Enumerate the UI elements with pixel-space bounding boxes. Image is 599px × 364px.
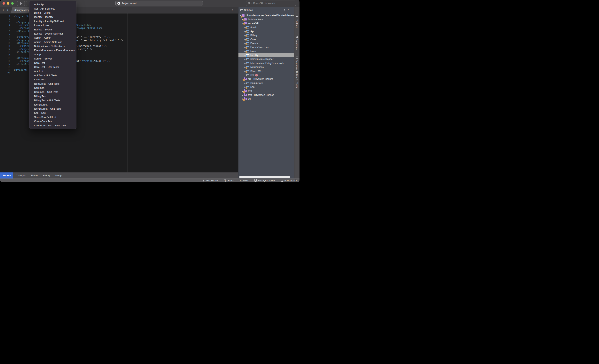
tree-row[interactable]: ▼…bitwarden-server (feature/self-hosted-… [238, 13, 294, 17]
status-pad-label: Tasks [243, 179, 248, 182]
menu-item[interactable]: Api.Test – Unit Tests [29, 73, 76, 77]
menu-item[interactable]: Api – Api [29, 2, 76, 6]
line-number: 7 [0, 33, 10, 36]
menu-item[interactable]: Notifications – Notifications [29, 44, 76, 48]
dock-tab-toolbox[interactable]: Toolbox [294, 16, 300, 28]
menu-item[interactable]: Icons.Test – Unit Tests [29, 81, 76, 86]
pad-icon [240, 9, 243, 11]
menu-item[interactable]: Api – Api-SelfHost [29, 6, 76, 10]
menu-item[interactable]: Identity.Test – Unit Tests [29, 107, 76, 111]
menu-item[interactable]: Admin – Admin-SelfHost [29, 40, 76, 44]
line-number: 13 [0, 51, 10, 53]
lightning-icon [203, 179, 205, 182]
menu-item[interactable]: Server – Server [29, 57, 76, 61]
minimize-traffic-light[interactable] [7, 2, 9, 5]
menu-item[interactable]: Core.Test – Unit Tests [29, 65, 76, 69]
scrollbar-thumb[interactable] [233, 16, 236, 16]
menu-item[interactable]: Identity.Test [29, 102, 76, 107]
menu-item[interactable]: Sso – Sso [29, 111, 76, 115]
tree-row[interactable]: ▼…src - AGPL [238, 21, 294, 25]
search-input[interactable]: Press '⌘.' to search [246, 0, 296, 6]
menu-item[interactable]: Icons – Icons [29, 23, 76, 27]
horizontal-scrollbar[interactable] [239, 176, 290, 178]
menu-item[interactable]: Billing.Test [29, 94, 76, 98]
tree-row[interactable]: ▶…test [238, 89, 294, 93]
menu-item[interactable]: Icons.Test [29, 77, 76, 81]
menu-item[interactable]: Billing.Test – Unit Tests [29, 98, 76, 102]
tree-item-label: test - Bitwarden License [248, 94, 274, 96]
menu-item[interactable]: CommCore.Test – Unit Tests [29, 123, 76, 127]
resize-grip-icon[interactable] [297, 179, 299, 181]
status-pad-package-console[interactable]: Package Console [255, 179, 275, 182]
tab-merge[interactable]: Merge [53, 172, 65, 178]
pin-icon[interactable] [283, 9, 286, 11]
close-icon[interactable]: ✕ [288, 9, 290, 11]
dock-tab-tests[interactable]: Tests [294, 79, 300, 88]
tree-row[interactable]: ▶…Billing [238, 33, 294, 37]
line-number: 12 [0, 48, 10, 51]
menu-item[interactable]: EventsProcessor – EventsProcessor [29, 48, 76, 52]
tree-item-label: Core [250, 38, 256, 41]
tab-blame[interactable]: Blame [28, 172, 40, 178]
tree-row[interactable]: ▶✦CommCore [238, 81, 294, 85]
error-badge-icon: ✕ [255, 74, 258, 76]
project-icon: … [246, 30, 249, 33]
document-tab[interactable]: Identity.csproj [11, 7, 32, 13]
menu-item[interactable]: Setup [29, 53, 76, 57]
status-pad-label: Errors [228, 179, 234, 182]
menu-item[interactable]: Events – Events-SelfHost [29, 32, 76, 36]
status-badge: ✦ [243, 95, 245, 97]
tree-row[interactable]: ▶…Core [238, 37, 294, 41]
tree-row[interactable]: ▶✦test - Bitwarden License [238, 93, 294, 97]
status-pad-tasks[interactable]: ✓Tasks [239, 179, 248, 182]
tree-item-label: Solution Items [248, 18, 264, 21]
menu-item[interactable]: Core.Test [29, 61, 76, 65]
menu-item[interactable]: Api.Test [29, 69, 76, 73]
status-pad-build-output[interactable]: Build Output [281, 179, 297, 182]
tree-row[interactable]: ▶✦Infrastructure.EntityFramework [238, 61, 294, 65]
tree-row[interactable]: ▶…Notifications [238, 65, 294, 69]
dock-tab-document-outline[interactable]: Document Outline [294, 56, 300, 79]
tree-row[interactable]: ▶…Admin [238, 25, 294, 29]
project-icon: ✦ [246, 58, 249, 60]
menu-item[interactable]: Sso – Sso-SelfHost [29, 115, 76, 119]
menu-item[interactable]: Identity – Identity-SelfHost [29, 19, 76, 23]
menu-item[interactable]: Events – Events [29, 27, 76, 31]
tree-row[interactable]: ▶…Sso [238, 85, 294, 89]
menu-item[interactable]: Common – Unit Tests [29, 90, 76, 94]
navigate-back-button[interactable]: ‹ [1, 8, 5, 12]
tree-row[interactable]: ▶…Api [238, 29, 294, 33]
menu-item[interactable]: Admin – Admin [29, 36, 76, 40]
menu-item[interactable]: CommCore.Test [29, 119, 76, 123]
status-pad-errors[interactable]: ✕Errors [224, 179, 234, 182]
line-number: 18 [0, 66, 10, 69]
tree-row[interactable]: ▶…EventsProcessor [238, 45, 294, 49]
status-badge: … [246, 27, 247, 29]
configuration-dropdown-menu: Api – ApiApi – Api-SelfHostBilling – Bil… [29, 1, 76, 129]
close-traffic-light[interactable] [2, 2, 5, 5]
line-number: 16 [0, 60, 10, 62]
tab-changes[interactable]: Changes [13, 172, 28, 178]
tree-row[interactable]: ✦Sql✕ [238, 73, 294, 77]
dock-tab-label: Tests [296, 82, 298, 88]
status-pad-test-results[interactable]: Test Results [203, 179, 218, 182]
tree-row[interactable]: ▶…Events [238, 41, 294, 45]
tab-source[interactable]: Source [0, 172, 13, 178]
menu-item[interactable]: Common [29, 86, 76, 90]
tree-row[interactable]: ▶…Icons [238, 49, 294, 53]
tree-row[interactable]: ▶…util [238, 97, 294, 101]
tree-row[interactable]: ▶…Identity [238, 53, 294, 57]
zoom-traffic-light[interactable] [11, 2, 14, 5]
navigate-forward-button[interactable]: › [6, 8, 10, 12]
tree-row[interactable]: ▶✦Infrastructure.Dapper [238, 57, 294, 61]
tree-item-label: Events [250, 42, 258, 45]
tab-history[interactable]: History [40, 172, 53, 178]
tree-row[interactable]: ▶…Solution Items [238, 17, 294, 21]
dock-tab-properties[interactable]: Properties [294, 36, 300, 50]
menu-item[interactable]: Identity – Identity [29, 15, 76, 19]
tree-row[interactable]: ▶…SharedWeb [238, 69, 294, 73]
tree-row[interactable]: ▼…src - Bitwarden License [238, 77, 294, 81]
run-button[interactable] [17, 1, 25, 6]
menu-item[interactable]: Billing – Billing [29, 11, 76, 15]
tab-list-chevron-icon[interactable]: ▼ [231, 9, 233, 11]
